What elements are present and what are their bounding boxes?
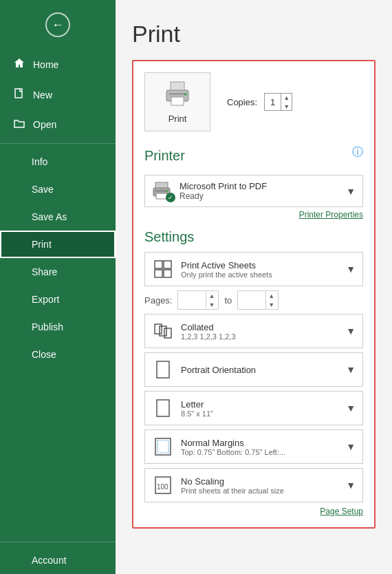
paper-size-main: Letter (181, 399, 339, 410)
copies-spinner: ▲ ▼ (281, 93, 292, 111)
active-sheets-text: Print Active Sheets Only print the activ… (181, 260, 339, 279)
print-panel: Print Copies: 1 ▲ ▼ Printer ⓘ (132, 60, 375, 529)
home-icon (12, 58, 26, 72)
sheets-grid-icon (153, 259, 173, 279)
pages-to-increment[interactable]: ▲ (266, 291, 276, 300)
printer-icon-stack: ✓ (152, 182, 173, 201)
sidebar-item-share[interactable]: Share (0, 258, 116, 286)
pages-to-input[interactable]: ▲ ▼ (237, 290, 279, 310)
print-button[interactable]: Print (144, 72, 210, 131)
setting-collated[interactable]: Collated 1,2,3 1,2,3 1,2,3 ▼ (144, 314, 363, 348)
svg-point-10 (166, 190, 168, 192)
printer-status: Ready (179, 191, 267, 201)
portrait-page-icon (155, 360, 171, 379)
paper-size-icon (152, 397, 174, 419)
setting-orientation[interactable]: Portrait Orientation ▼ (144, 352, 363, 387)
svg-rect-16 (160, 326, 166, 336)
pages-to-spinner: ▲ ▼ (265, 291, 276, 309)
sidebar-label-home: Home (33, 59, 58, 70)
margins-text: Normal Margins Top: 0.75" Bottom: 0.75" … (181, 438, 339, 456)
svg-rect-19 (157, 400, 169, 416)
collated-text: Collated 1,2,3 1,2,3 1,2,3 (181, 322, 339, 341)
svg-rect-13 (155, 270, 162, 277)
scaling-text: No Scaling Print sheets at their actual … (181, 476, 339, 495)
printer-chevron-icon: ▼ (346, 186, 356, 197)
info-icon[interactable]: ⓘ (352, 145, 363, 160)
sidebar-item-save[interactable]: Save (0, 176, 116, 203)
sidebar-item-home[interactable]: Home (0, 50, 116, 80)
pages-from-spinner: ▲ ▼ (206, 291, 217, 309)
svg-rect-18 (157, 361, 169, 378)
printer-properties-label: Printer Properties (299, 210, 363, 220)
new-doc-icon (12, 88, 26, 102)
copies-decrement[interactable]: ▼ (281, 102, 292, 111)
sidebar-label-print: Print (32, 239, 52, 250)
copies-increment[interactable]: ▲ (281, 93, 292, 102)
sidebar-item-close[interactable]: Close (0, 341, 116, 368)
sidebar-label-new: New (33, 89, 52, 100)
active-sheets-icon (152, 258, 174, 280)
back-button[interactable]: ← (0, 0, 116, 50)
copies-row: Copies: 1 ▲ ▼ (227, 93, 292, 111)
sidebar-bottom: Account (0, 538, 116, 574)
pages-from-decrement[interactable]: ▼ (206, 300, 217, 309)
svg-rect-12 (164, 261, 171, 268)
sidebar-item-info[interactable]: Info (0, 148, 116, 176)
printer-selector[interactable]: ✓ Microsoft Print to PDF Ready ▼ (144, 175, 363, 207)
margins-page-icon (154, 437, 172, 456)
svg-rect-17 (164, 328, 171, 338)
sidebar-label-account: Account (32, 555, 67, 566)
sidebar-label-saveas: Save As (32, 211, 67, 222)
margins-chevron: ▼ (346, 441, 356, 452)
active-sheets-chevron: ▼ (346, 264, 356, 275)
active-sheets-main: Print Active Sheets (181, 260, 339, 270)
svg-rect-0 (15, 89, 22, 98)
pages-from-input[interactable]: ▲ ▼ (177, 290, 219, 310)
sidebar-item-saveas[interactable]: Save As (0, 203, 116, 231)
margins-icon (152, 436, 174, 458)
sidebar-item-print[interactable]: Print (0, 231, 116, 258)
page-setup-label: Page Setup (320, 507, 363, 516)
pages-to-label: to (224, 295, 232, 306)
setting-active-sheets[interactable]: Print Active Sheets Only print the activ… (144, 252, 363, 286)
setting-margins[interactable]: Normal Margins Top: 0.75" Bottom: 0.75" … (144, 429, 363, 464)
collated-main: Collated (181, 322, 339, 332)
setting-scaling[interactable]: 100 No Scaling Print sheets at their act… (144, 468, 363, 502)
page-setup-link[interactable]: Page Setup (144, 507, 363, 516)
scaling-sub: Print sheets at their actual size (181, 487, 339, 495)
sidebar-item-publish[interactable]: Publish (0, 313, 116, 341)
printer-section-title: Printer (144, 148, 185, 164)
print-button-label: Print (168, 114, 187, 124)
svg-point-5 (184, 93, 187, 96)
sidebar-item-open[interactable]: Open (0, 110, 116, 139)
settings-section-title: Settings (144, 229, 363, 245)
sidebar: ← Home New Open Info Save (0, 0, 116, 574)
sidebar-label-info: Info (32, 156, 47, 167)
pages-to-field[interactable] (241, 295, 265, 305)
margins-main: Normal Margins (181, 438, 339, 448)
open-folder-icon (12, 118, 26, 131)
svg-rect-14 (164, 270, 171, 277)
pages-to-decrement[interactable]: ▼ (266, 300, 276, 309)
orientation-main: Portrait Orientation (181, 365, 339, 375)
sidebar-item-account[interactable]: Account (0, 546, 116, 574)
sidebar-divider-2 (0, 542, 116, 542)
svg-rect-3 (171, 97, 184, 105)
back-circle-icon[interactable]: ← (45, 12, 70, 37)
pages-from-increment[interactable]: ▲ (206, 291, 217, 300)
collated-sub: 1,2,3 1,2,3 1,2,3 (181, 332, 339, 341)
collated-pages-icon (153, 322, 173, 340)
svg-rect-4 (169, 93, 186, 95)
printer-properties-link[interactable]: Printer Properties (144, 210, 363, 220)
svg-rect-15 (155, 324, 162, 334)
paper-size-text: Letter 8.5" x 11" (181, 399, 339, 418)
sidebar-item-new[interactable]: New (0, 80, 116, 110)
setting-paper-size[interactable]: Letter 8.5" x 11" ▼ (144, 391, 363, 425)
sidebar-divider-1 (0, 143, 116, 144)
sidebar-item-export[interactable]: Export (0, 286, 116, 313)
pages-row: Pages: ▲ ▼ to ▲ ▼ (144, 290, 363, 310)
back-arrow-icon: ← (52, 18, 64, 32)
printer-text-info: Microsoft Print to PDF Ready (179, 181, 267, 201)
pages-from-field[interactable] (181, 295, 206, 305)
sidebar-label-save: Save (32, 184, 54, 195)
